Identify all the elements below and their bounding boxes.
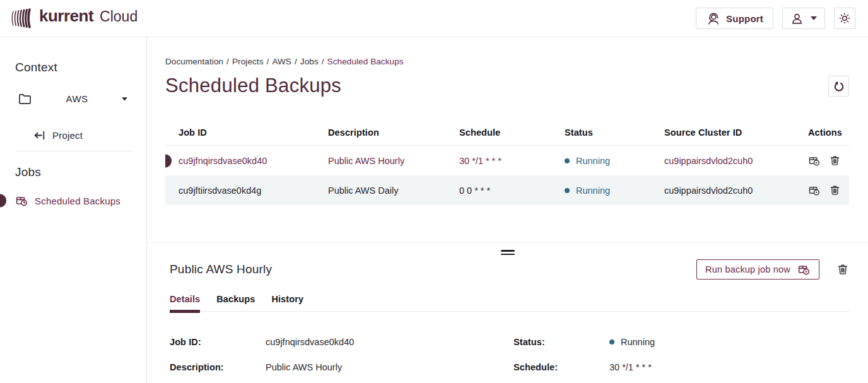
breadcrumb-separator: /: [226, 57, 229, 66]
page-title: Scheduled Backups: [165, 74, 341, 97]
brand-name: kurrent: [39, 6, 93, 26]
jobs-table: Job ID Description Schedule Status Sourc…: [165, 119, 849, 205]
run-backup-job-now-button[interactable]: Run backup job now: [696, 259, 819, 280]
breadcrumb-separator: /: [295, 57, 297, 66]
headset-icon: [706, 11, 720, 26]
field-label-schedule: Schedule:: [513, 362, 609, 372]
breadcrumb: Documentation/Projects/AWS/Jobs/Schedule…: [165, 57, 868, 66]
breadcrumb-item[interactable]: Jobs: [300, 57, 319, 66]
back-to-project-link[interactable]: Project: [33, 129, 146, 142]
table-header-row: Job ID Description Schedule Status Sourc…: [165, 119, 849, 146]
account-menu-button[interactable]: [782, 8, 825, 29]
support-label: Support: [726, 13, 763, 24]
panel-tabs: Details Backups History: [170, 294, 849, 312]
arrow-left-to-bar-icon: [33, 129, 46, 142]
cell-source-cluster-id: cu9ippairsdvlod2cuh0: [664, 186, 808, 196]
field-value-schedule: 30 */1 * * *: [609, 362, 849, 372]
support-button[interactable]: Support: [696, 8, 773, 29]
sidebar-jobs-title: Jobs: [15, 165, 146, 179]
backup-clock-icon: [15, 194, 28, 208]
cell-description: Public AWS Daily: [328, 186, 459, 196]
brand-product: Cloud: [100, 8, 138, 25]
cell-description: Public AWS Hourly: [328, 156, 459, 166]
user-icon: [790, 12, 804, 25]
column-header-schedule: Schedule: [459, 127, 565, 138]
status-label: Running: [576, 186, 610, 196]
field-value-description: Public AWS Hourly: [266, 362, 513, 372]
sun-icon: [838, 12, 851, 25]
status-dot: [565, 158, 570, 163]
status-label: Running: [621, 337, 655, 347]
field-value-job-id: cu9jfnqirsdvase0kd40: [266, 337, 513, 347]
sidebar: Context AWS Project Jobs: [0, 37, 147, 383]
column-header-actions: Actions: [808, 127, 849, 138]
cell-job-id: cu9jftiirsdvase0kd4g: [179, 186, 328, 196]
field-value-status: Running: [609, 337, 849, 347]
trash-icon: [829, 155, 841, 167]
caret-down-icon: [811, 16, 817, 20]
tab-details[interactable]: Details: [170, 294, 200, 311]
backup-play-icon: [808, 155, 821, 167]
drag-handle-icon[interactable]: [501, 250, 515, 255]
trash-icon: [829, 184, 841, 196]
status-dot: [565, 188, 570, 193]
job-detail-panel: Public AWS Hourly Run backup job now: [147, 255, 868, 372]
cell-schedule: 0 0 * * *: [459, 186, 565, 196]
tab-backups[interactable]: Backups: [216, 294, 255, 311]
field-label-status: Status:: [513, 337, 609, 347]
delete-job-button[interactable]: [829, 184, 841, 196]
cell-actions: [808, 155, 849, 167]
panel-splitter: [147, 242, 868, 255]
breadcrumb-separator: /: [322, 57, 324, 66]
cell-source-cluster-id: cu9ippairsdvlod2cuh0: [664, 156, 808, 166]
top-bar: kurrent Cloud Support: [0, 0, 868, 37]
column-header-status: Status: [565, 127, 664, 138]
delete-job-button[interactable]: [829, 155, 841, 167]
kurrent-waves-icon: [11, 6, 33, 30]
sidebar-context-title: Context: [15, 61, 146, 74]
refresh-button[interactable]: [828, 76, 849, 97]
context-selected-value: AWS: [66, 93, 88, 104]
trash-icon: [836, 263, 849, 276]
refresh-icon: [832, 80, 846, 93]
breadcrumb-current: Scheduled Backups: [327, 57, 404, 66]
run-backup-button[interactable]: [808, 184, 821, 197]
sidebar-item-scheduled-backups[interactable]: Scheduled Backups: [0, 191, 146, 210]
status-dot: [609, 339, 614, 345]
panel-title: Public AWS Hourly: [170, 262, 272, 276]
column-header-job-id: Job ID: [179, 127, 328, 138]
backup-play-icon: [797, 263, 811, 276]
top-bar-actions: Support: [696, 8, 855, 29]
caret-down-icon: [122, 97, 127, 101]
breadcrumb-separator: /: [267, 57, 269, 66]
cell-schedule: 30 */1 * * *: [459, 156, 565, 166]
status-label: Running: [576, 156, 610, 166]
sidebar-item-label: Scheduled Backups: [35, 196, 120, 206]
content: Documentation/Projects/AWS/Jobs/Schedule…: [147, 37, 868, 383]
table-row[interactable]: cu9jfnqirsdvase0kd40 Public AWS Hourly 3…: [165, 146, 849, 175]
run-backup-button[interactable]: [808, 155, 821, 167]
breadcrumb-item[interactable]: AWS: [272, 57, 291, 66]
theme-toggle-button[interactable]: [834, 8, 855, 29]
tab-history[interactable]: History: [271, 294, 303, 311]
column-header-source-cluster-id: Source Cluster ID: [664, 127, 808, 138]
cell-status: Running: [565, 186, 664, 196]
delete-job-button[interactable]: [836, 263, 849, 276]
cell-job-id: cu9jfnqirsdvase0kd40: [179, 156, 328, 166]
field-label-description: Description:: [170, 362, 266, 372]
cell-status: Running: [565, 156, 664, 166]
brand-logo[interactable]: kurrent Cloud: [11, 6, 138, 30]
field-label-job-id: Job ID:: [170, 337, 266, 347]
backup-play-icon: [808, 184, 821, 197]
sidebar-divider: [15, 151, 131, 151]
column-header-description: Description: [328, 127, 459, 138]
detail-fields: Job ID: cu9jfnqirsdvase0kd40 Status: Run…: [170, 337, 849, 372]
table-row[interactable]: cu9jftiirsdvase0kd4g Public AWS Daily 0 …: [165, 175, 849, 205]
run-button-label: Run backup job now: [705, 264, 790, 274]
cell-actions: [808, 184, 849, 197]
breadcrumb-item[interactable]: Documentation: [165, 57, 223, 66]
context-selector[interactable]: AWS: [18, 91, 127, 106]
project-label: Project: [52, 130, 83, 141]
folder-icon: [18, 91, 32, 106]
breadcrumb-item[interactable]: Projects: [232, 57, 264, 66]
